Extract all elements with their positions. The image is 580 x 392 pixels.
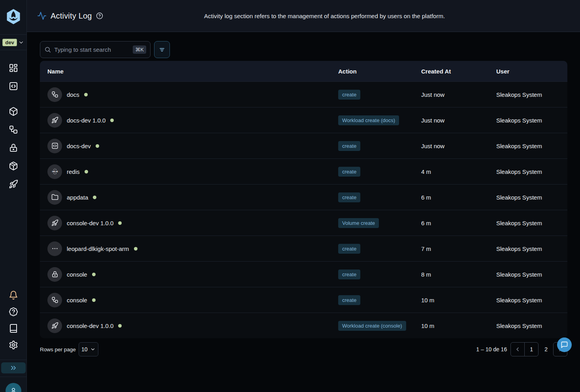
user: Sleakops System	[496, 322, 567, 329]
action-badge: create	[338, 295, 360, 305]
sidebar-item-dashboard[interactable]	[8, 63, 19, 73]
rows-per-page-label: Rows per page	[40, 347, 76, 352]
page-description: Activity log section refers to the manag…	[103, 13, 570, 19]
sidebar-collapse-button[interactable]	[1, 362, 26, 373]
ellipsis-icon	[51, 245, 58, 252]
workflow-icon	[51, 296, 58, 303]
row-icon-circle	[47, 139, 62, 153]
book-icon	[9, 324, 18, 333]
user-icon	[9, 386, 18, 392]
row-icon-circle	[47, 293, 62, 307]
row-name: console	[67, 297, 87, 303]
table-row: HELM redis create 4 m Sleakops System	[40, 158, 567, 184]
help-button[interactable]	[8, 307, 19, 317]
user: Sleakops System	[496, 297, 567, 303]
filter-lines-icon	[158, 46, 166, 54]
status-dot	[110, 119, 114, 122]
action-badge: Volume create	[338, 218, 379, 228]
activity-table: Name Action Created At User docs create …	[40, 61, 567, 338]
logo-icon	[5, 8, 22, 25]
user-avatar[interactable]	[6, 383, 21, 392]
sidebar-item-services[interactable]	[8, 106, 19, 117]
workflow-icon	[9, 125, 18, 134]
page-header: Activity Log Activity log section refers…	[27, 0, 580, 32]
bell-icon	[9, 290, 18, 300]
sidebar-item-workflows[interactable]	[8, 124, 19, 135]
table-header: Name Action Created At User	[40, 61, 567, 81]
package-icon	[9, 161, 18, 171]
status-dot	[93, 196, 96, 199]
sidebar-item-code[interactable]	[8, 81, 19, 91]
status-dot	[85, 170, 88, 173]
chat-bubble-icon	[561, 341, 568, 349]
sidebar: dev	[0, 0, 27, 392]
created-at: Just now	[421, 91, 496, 98]
activity-pulse-icon	[37, 11, 47, 21]
search-input[interactable]	[54, 46, 133, 53]
sidebar-item-secrets[interactable]	[8, 143, 19, 153]
settings-button[interactable]	[8, 340, 19, 350]
table-row: docs-dev create Just now Sleakops System	[40, 133, 567, 158]
previous-page-button[interactable]	[510, 342, 525, 356]
created-at: 6 m	[421, 220, 496, 226]
row-icon-circle	[47, 318, 62, 333]
row-icon-circle	[47, 113, 62, 128]
row-icon-circle: HELM	[47, 164, 62, 179]
row-icon-circle	[47, 190, 62, 205]
row-icon-circle	[47, 216, 62, 230]
sidebar-nav	[0, 63, 26, 189]
folder-icon	[51, 194, 58, 201]
helm-icon: HELM	[51, 168, 59, 175]
search-box[interactable]: ⌘K	[40, 41, 151, 58]
gear-icon	[9, 340, 18, 350]
workflow-icon	[51, 91, 58, 98]
chat-button[interactable]	[557, 337, 572, 352]
row-name: appdata	[67, 194, 88, 201]
help-circle-icon[interactable]	[96, 12, 103, 19]
row-name: redis	[67, 168, 80, 175]
row-name: docs	[67, 91, 79, 98]
sidebar-item-deployments[interactable]	[8, 179, 19, 189]
user: Sleakops System	[496, 143, 567, 149]
search-icon	[44, 46, 51, 53]
main-content: ⌘K Name Action Created At User docs cr	[27, 32, 580, 392]
rocket-icon	[51, 322, 58, 329]
notifications-button[interactable]	[8, 290, 19, 300]
action-badge: create	[338, 244, 360, 254]
column-header-user: User	[496, 68, 567, 75]
filter-button[interactable]	[154, 41, 170, 58]
row-name: leopard-dlkigk-spot-arm	[67, 245, 129, 252]
environment-selector[interactable]: dev	[0, 34, 26, 50]
user: Sleakops System	[496, 271, 567, 278]
row-icon-circle	[47, 267, 62, 282]
sidebar-item-packages[interactable]	[8, 161, 19, 171]
row-name: console	[67, 271, 87, 278]
action-badge: Workload create (console)	[338, 321, 406, 331]
docs-button[interactable]	[8, 323, 19, 334]
rocket-icon	[51, 117, 58, 124]
page-button-2[interactable]: 2	[544, 342, 548, 356]
page-button-1[interactable]: 1	[524, 342, 539, 356]
user: Sleakops System	[496, 245, 567, 252]
action-badge: create	[338, 141, 360, 151]
row-name: docs-dev 1.0.0	[67, 117, 105, 124]
chevron-left-icon	[514, 346, 521, 352]
row-icon-circle	[47, 87, 62, 102]
environment-badge: dev	[2, 39, 17, 46]
rows-per-page-select[interactable]: 10	[79, 342, 98, 356]
user: Sleakops System	[496, 117, 567, 124]
rocket-icon	[9, 179, 18, 189]
created-at: 8 m	[421, 271, 496, 278]
column-header-name: Name	[40, 68, 338, 75]
app-logo[interactable]	[5, 8, 22, 25]
table-row: docs create Just now Sleakops System	[40, 81, 567, 107]
row-name: console-dev 1.0.0	[67, 322, 113, 329]
toolbar: ⌘K	[40, 41, 567, 58]
user: Sleakops System	[496, 168, 567, 175]
user: Sleakops System	[496, 91, 567, 98]
sidebar-divider	[0, 360, 27, 360]
action-badge: create	[338, 270, 360, 279]
table-row: appdata create 6 m Sleakops System	[40, 184, 567, 210]
rows-per-page-value: 10	[81, 346, 88, 352]
user: Sleakops System	[496, 220, 567, 226]
